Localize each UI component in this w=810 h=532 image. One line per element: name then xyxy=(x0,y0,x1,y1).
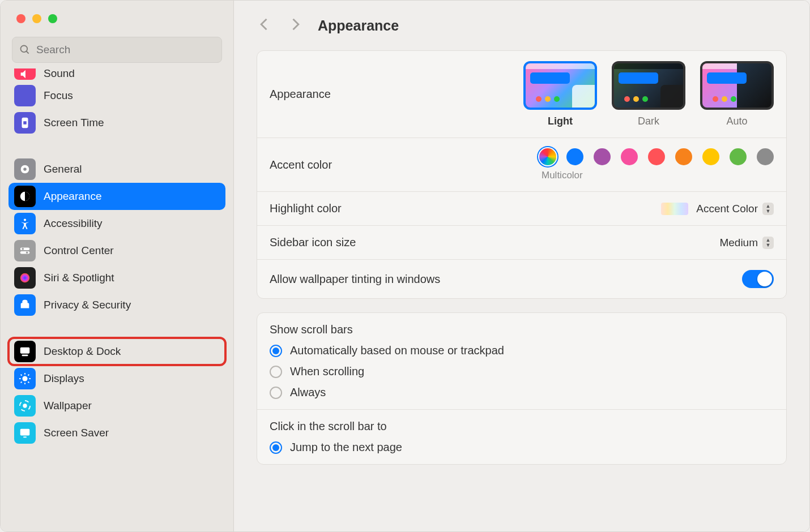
accent-red[interactable] xyxy=(648,148,665,165)
search-icon xyxy=(19,44,31,55)
sidebar-item-siri-spotlight[interactable]: Siri & Spotlight xyxy=(8,264,225,291)
sidebar: SoundFocusScreen TimeGeneralAppearanceAc… xyxy=(1,1,234,531)
sidebar-item-general[interactable]: General xyxy=(8,156,225,183)
appearance-option-label: Light xyxy=(548,115,573,127)
sidebar-item-label: Wallpaper xyxy=(44,400,92,412)
nav-forward[interactable] xyxy=(287,16,303,35)
sidebar-item-displays[interactable]: Displays xyxy=(8,365,225,392)
radio-label: When scrolling xyxy=(290,365,364,378)
svg-point-11 xyxy=(26,251,28,254)
sidebar-item-label: Displays xyxy=(44,372,84,385)
svg-rect-9 xyxy=(20,251,30,254)
appearance-option-dark[interactable]: Dark xyxy=(612,61,685,127)
sidebar-item-screen-time[interactable]: Screen Time xyxy=(8,109,225,136)
appearance-label: Appearance xyxy=(270,88,523,101)
sidebar-item-label: Accessibility xyxy=(44,217,102,230)
svg-point-10 xyxy=(22,248,24,250)
sidebar-icon-size-value: Medium xyxy=(719,237,758,249)
radio-label: Jump to the next page xyxy=(290,441,402,454)
sidebar-item-control-center[interactable]: Control Center xyxy=(8,237,225,264)
accessibility-icon xyxy=(14,213,36,234)
click-scrollbar-option[interactable]: Jump to the next page xyxy=(270,441,402,454)
sidebar-item-label: Screen Time xyxy=(44,117,104,129)
sidebar-item-label: Appearance xyxy=(44,190,101,203)
sidebar-item-label: Privacy & Security xyxy=(44,299,131,311)
sidebar-item-label: Focus xyxy=(44,89,73,102)
search-field[interactable] xyxy=(12,37,222,63)
wallpaper-tinting-toggle[interactable] xyxy=(742,270,774,288)
accent-yellow[interactable] xyxy=(702,148,719,165)
appearance-option-light[interactable]: Light xyxy=(523,61,597,127)
svg-point-5 xyxy=(23,168,27,171)
accent-color-row: Accent color Multicolor xyxy=(257,138,786,192)
sidebar-item-sound[interactable]: Sound xyxy=(8,68,225,82)
sidebar-item-privacy-security[interactable]: Privacy & Security xyxy=(8,291,225,319)
appearance-option-label: Dark xyxy=(638,115,659,127)
show-scrollbars-row: Show scroll bars Automatically based on … xyxy=(257,313,786,410)
accent-orange[interactable] xyxy=(675,148,692,165)
wallpaper-tinting-row: Allow wallpaper tinting in windows xyxy=(257,260,786,298)
svg-point-7 xyxy=(24,219,26,221)
highlight-color-select[interactable]: Accent Color ▲▼ xyxy=(661,203,774,215)
sidebar-icon-size-select[interactable]: Medium ▲▼ xyxy=(719,237,774,249)
accent-purple[interactable] xyxy=(594,148,611,165)
main-panel: Appearance Appearance LightDarkAuto Acce… xyxy=(234,1,809,531)
accent-green[interactable] xyxy=(730,148,747,165)
svg-line-23 xyxy=(28,375,29,376)
radio-icon xyxy=(270,387,282,399)
search-input[interactable] xyxy=(36,44,215,56)
screensaver-icon xyxy=(14,422,36,444)
sidebar-item-label: Screen Saver xyxy=(44,427,109,439)
appearance-icon xyxy=(14,186,36,207)
appearance-row: Appearance LightDarkAuto xyxy=(257,51,786,138)
appearance-option-auto[interactable]: Auto xyxy=(700,61,774,127)
minimize-window-button[interactable] xyxy=(32,14,41,23)
sidebar-item-focus[interactable]: Focus xyxy=(8,82,225,109)
wallpaper-tinting-label: Allow wallpaper tinting in windows xyxy=(270,273,742,286)
highlight-value: Accent Color xyxy=(696,203,758,215)
sidebar-item-appearance[interactable]: Appearance xyxy=(8,183,225,210)
sidebar-item-accessibility[interactable]: Accessibility xyxy=(8,210,225,237)
accent-multicolor[interactable] xyxy=(539,148,556,165)
siri-icon xyxy=(14,267,36,289)
svg-point-12 xyxy=(20,273,30,283)
radio-label: Automatically based on mouse or trackpad xyxy=(290,344,504,357)
svg-point-24 xyxy=(23,404,27,407)
show-scrollbars-option[interactable]: Always xyxy=(270,386,504,399)
wallpaper-icon xyxy=(14,395,36,417)
sidebar-item-wallpaper[interactable]: Wallpaper xyxy=(8,392,225,419)
show-scrollbars-option[interactable]: Automatically based on mouse or trackpad xyxy=(270,344,504,357)
sidebar-item-label: Siri & Spotlight xyxy=(44,272,114,284)
sound-icon xyxy=(14,68,36,80)
accent-pink[interactable] xyxy=(621,148,638,165)
show-scrollbars-option[interactable]: When scrolling xyxy=(270,365,504,378)
screentime-icon xyxy=(14,112,36,134)
nav-back[interactable] xyxy=(257,16,272,35)
radio-icon xyxy=(270,366,282,378)
close-window-button[interactable] xyxy=(16,14,25,23)
appearance-card: Appearance LightDarkAuto Accent color Mu… xyxy=(257,50,787,299)
sidebar-item-label: Desktop & Dock xyxy=(44,345,121,358)
sidebar-item-screen-saver[interactable]: Screen Saver xyxy=(8,419,225,447)
svg-line-20 xyxy=(21,375,22,376)
window-controls xyxy=(1,1,233,37)
radio-icon xyxy=(270,345,282,357)
svg-point-0 xyxy=(21,46,28,53)
svg-rect-13 xyxy=(20,347,30,354)
fullscreen-window-button[interactable] xyxy=(48,14,57,23)
click-scrollbar-label: Click in the scroll bar to xyxy=(270,420,387,433)
chevron-updown-icon: ▲▼ xyxy=(762,203,774,215)
svg-rect-3 xyxy=(23,121,27,125)
accent-graphite[interactable] xyxy=(757,148,774,165)
sidebar-item-label: Control Center xyxy=(44,244,114,257)
scroll-card: Show scroll bars Automatically based on … xyxy=(257,312,787,465)
sidebar-item-desktop-dock[interactable]: Desktop & Dock xyxy=(8,338,225,365)
accent-label: Accent color xyxy=(270,158,539,171)
accent-blue[interactable] xyxy=(566,148,583,165)
chevron-updown-icon: ▲▼ xyxy=(762,237,774,249)
general-icon xyxy=(14,158,36,180)
sidebar-icon-size-label: Sidebar icon size xyxy=(270,236,719,249)
highlight-swatch-icon xyxy=(661,203,688,215)
svg-rect-25 xyxy=(20,429,30,436)
svg-line-1 xyxy=(27,52,29,54)
